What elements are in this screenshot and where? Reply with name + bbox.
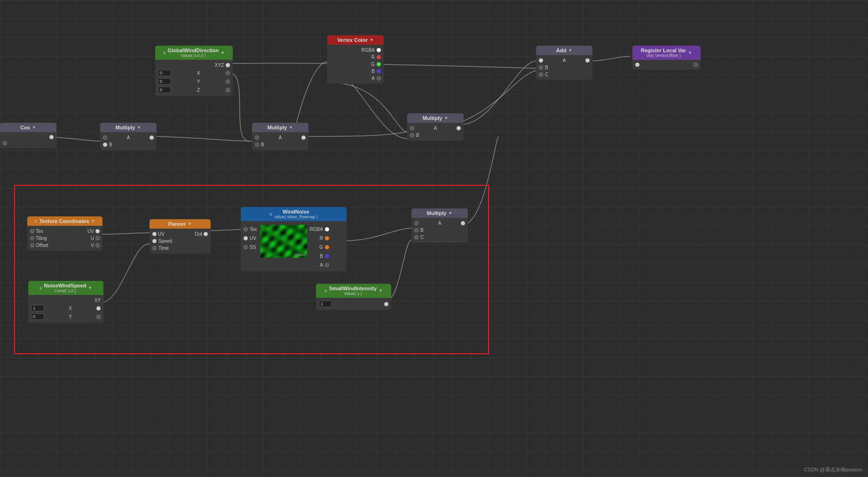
node-header-noise-wind-speed: ≡ NoiseWindSpeed Const( 1,0 ) ▼ [28,281,103,295]
pin-mt-a-in[interactable] [103,135,107,140]
pin-tc-v-out[interactable] [95,243,100,247]
pin-tc-u-out[interactable] [95,236,100,240]
node-canvas[interactable]: ≡ GlobalWindDirection Value( 0,0,0 ) ▼ X… [0,0,868,477]
pin-cos-in[interactable] [3,141,7,145]
pin-wn-a-out[interactable] [325,263,329,267]
node-multiply-bottom[interactable]: Multiply ▼ A B C [411,208,468,243]
pin-a-out[interactable] [377,76,381,80]
input-nws-y[interactable] [31,313,44,320]
pin-mr-b-in[interactable] [410,133,414,137]
pin-tc-tiling-in[interactable] [30,236,34,240]
node-header-cos: Cos ▼ [0,123,56,132]
pin-mb-a-in[interactable] [414,221,418,225]
pin-rgba-out[interactable] [377,48,381,52]
pin-panner-speed-in[interactable] [152,239,157,243]
pin-mm-b-in[interactable] [255,143,259,147]
pin-tc-offset-in[interactable] [30,243,34,247]
node-row-wn-uv: UV [244,235,257,242]
pin-panner-out[interactable] [204,232,208,236]
node-row-wn-r: R [310,235,329,242]
pin-wn-g-out[interactable] [325,245,329,249]
input-x[interactable] [158,70,171,76]
pin-wn-r-out[interactable] [325,236,329,240]
node-row-cos-in [3,140,54,146]
pin-mr-a-in[interactable] [410,126,414,130]
pin-g-out[interactable] [377,62,381,66]
pin-cos-out[interactable] [49,135,54,139]
node-header-multiply-mid: Multiply ▼ [252,123,308,132]
node-row-nws-y: Y [31,312,101,321]
pin-tc-tex-in[interactable] [30,229,34,233]
pin-add-c-in[interactable] [539,72,543,77]
node-vertex-color[interactable]: Vertex Color ▼ RGBA R G B A [327,35,384,84]
node-add[interactable]: Add ▼ A B C [536,46,592,80]
pin-add-out[interactable] [585,58,590,63]
pin-wn-ss-in[interactable] [244,245,248,249]
node-register-local-var[interactable]: Register Local Var Var( VertexOffset ) ▼ [632,46,701,70]
pin-wn-tex-in[interactable] [244,227,248,231]
node-row-z: Z [158,86,230,94]
node-row-rlv [635,62,698,68]
pin-swi-out[interactable] [384,302,388,306]
pin-rlv-in[interactable] [635,63,639,67]
pin-panner-time-in[interactable] [152,246,157,250]
pin-b-out[interactable] [377,69,381,73]
pin-add-b-in[interactable] [539,65,543,70]
node-small-wind-intensity[interactable]: ≡ SmallWindIntensity Value( 1 ) ▼ [316,284,391,310]
node-header-texture-coordinates: ≡ Texture Coordinates ▼ [27,216,103,226]
pin-y-out[interactable] [226,80,230,84]
node-row-tc-tiling: Tiling U [30,235,100,242]
node-multiply-mid[interactable]: Multiply ▼ A B [252,123,308,150]
node-row-panner-speed: Speed [152,238,208,245]
node-row-mm-a: A [255,134,306,141]
pin-nws-y-out[interactable] [96,315,101,319]
node-body-multiply-right: A B [407,123,464,141]
node-noise-wind-speed[interactable]: ≡ NoiseWindSpeed Const( 1,0 ) ▼ XY X Y [28,281,103,323]
node-global-wind-direction[interactable]: ≡ GlobalWindDirection Value( 0,0,0 ) ▼ X… [155,46,233,96]
node-row-nws-xy: XY [31,297,101,304]
node-panner[interactable]: Panner ▼ UV Out Speed Time [150,219,211,254]
node-wind-noise[interactable]: ≡ WindNoise Value( slime_flowmap ) Tex U… [241,207,347,271]
pin-wn-b-out[interactable] [325,254,329,258]
pin-mb-out[interactable] [461,221,465,225]
node-row-wn-a: A [310,262,329,269]
pin-mb-c-in[interactable] [414,235,418,239]
pin-tc-uv-out[interactable] [95,229,100,233]
watermark: CSDN @慕志未晚season [804,466,862,473]
pin-wn-uv-in[interactable] [244,236,248,240]
input-nws-x[interactable] [31,305,44,311]
pin-add-a-in[interactable] [539,58,543,63]
pin-rlv-out[interactable] [694,63,698,67]
node-cos[interactable]: Cos ▼ [0,123,56,148]
pin-nws-x-out[interactable] [96,306,101,310]
node-body-vertex-color: RGBA R G B A [327,45,384,84]
input-y[interactable] [158,78,171,85]
node-multiply-right[interactable]: Multiply ▼ A B [407,113,464,141]
pin-panner-uv-in[interactable] [152,232,157,236]
pin-mr-out[interactable] [457,126,461,130]
node-body-register-local-var [632,60,701,70]
node-row-x: X [158,69,230,77]
node-texture-coordinates[interactable]: ≡ Texture Coordinates ▼ Tex UV Tiling [27,216,103,251]
pin-r-out[interactable] [377,55,381,59]
node-body-panner: UV Out Speed Time [150,229,211,254]
pin-z-out[interactable] [226,88,230,92]
pin-mt-out[interactable] [150,135,154,140]
input-swi[interactable] [319,301,332,307]
node-header-panner: Panner ▼ [150,219,211,229]
node-row-rgba: RGBA [330,47,381,54]
pin-x-out[interactable] [226,71,230,75]
pin-mm-out[interactable] [301,135,306,140]
pin-wn-rgba-out[interactable] [325,227,329,231]
node-multiply-top[interactable]: Multiply ▼ A B [100,123,157,150]
input-z[interactable] [158,87,171,93]
pin-mm-a-in[interactable] [255,135,259,140]
pin-mt-b-in[interactable] [103,143,107,147]
node-row-wn-ss: SS [244,244,257,251]
pin-xyz-out[interactable] [226,63,230,67]
node-row-mr-b: B [410,132,461,139]
node-body-multiply-top: A B [100,132,157,150]
node-row-wn-tex: Tex [244,226,257,233]
node-row-add-b: B [539,64,590,71]
pin-mb-b-in[interactable] [414,228,418,232]
